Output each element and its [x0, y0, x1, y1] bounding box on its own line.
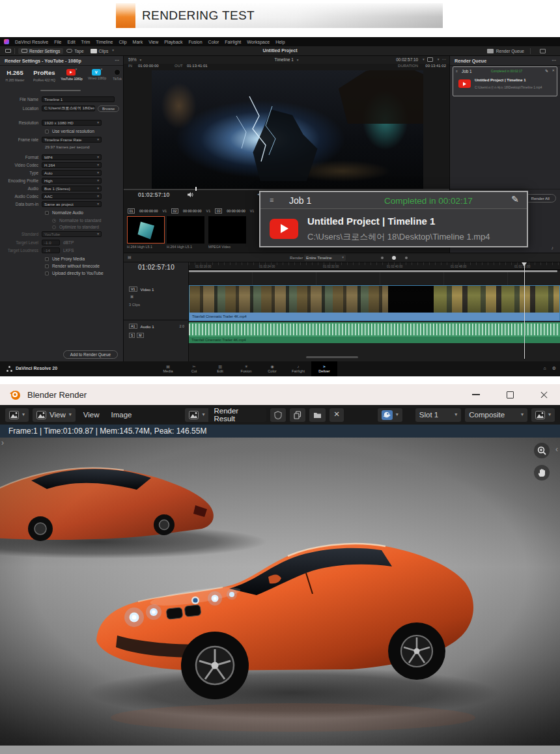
- timeline-scrollbar[interactable]: [306, 356, 358, 358]
- preset-youtube[interactable]: YouTube 1080p: [59, 68, 85, 81]
- tab-fusion[interactable]: Fusion: [233, 361, 259, 376]
- tab-media[interactable]: Media: [155, 361, 181, 376]
- format-select[interactable]: MP4: [42, 154, 102, 160]
- audio-clip[interactable]: Titanfall Cinematic Trailer 4K.mp4: [189, 322, 560, 343]
- render-job-card[interactable]: Job 1 Completed in 00:02:17 Untitled Pro…: [453, 66, 557, 96]
- video-track-id[interactable]: V1: [129, 286, 137, 292]
- checkbox-icon[interactable]: [45, 264, 49, 268]
- music-note-icon[interactable]: [552, 245, 554, 250]
- clip2-number[interactable]: 02: [171, 208, 178, 214]
- pin-image-dropdown[interactable]: [531, 408, 555, 422]
- edit-job-icon[interactable]: [511, 195, 519, 204]
- resolution-select[interactable]: 1920 x 1080 HD: [42, 120, 102, 126]
- settings-gear-icon[interactable]: [552, 366, 556, 370]
- unlink-image-button[interactable]: [329, 408, 344, 422]
- burn-in-select[interactable]: Same as project: [42, 201, 102, 207]
- audio-codec-select[interactable]: AAC: [42, 193, 102, 199]
- film-icon[interactable]: [427, 57, 433, 62]
- viewer-scrub-bar[interactable]: [124, 189, 449, 190]
- menu-playback[interactable]: Playback: [164, 40, 182, 44]
- location-input[interactable]: C:\Users\크로스헤어 18\Desktop: [42, 105, 95, 111]
- solo-button[interactable]: S: [129, 333, 135, 338]
- menu-edit[interactable]: Edit: [68, 40, 76, 44]
- clip-thumbnail-3[interactable]: [208, 216, 246, 244]
- expand-icon[interactable]: [540, 49, 546, 53]
- playhead-line[interactable]: [524, 262, 525, 359]
- image-name-field[interactable]: Render Result: [208, 408, 266, 422]
- delete-job-icon[interactable]: [552, 69, 555, 73]
- video-codec-select[interactable]: H.264: [42, 162, 102, 168]
- menu-help[interactable]: Help: [275, 40, 285, 44]
- lock-icon[interactable]: [130, 295, 133, 299]
- zoom-in-button[interactable]: [534, 443, 550, 458]
- mute-button[interactable]: M: [137, 333, 143, 338]
- video-preview[interactable]: [152, 70, 423, 189]
- menu-clip[interactable]: Clip: [119, 40, 127, 44]
- video-clip[interactable]: Titanfall Cinematic Trailer 4K.mp4: [189, 285, 560, 321]
- chevron-down-icon[interactable]: [438, 58, 440, 62]
- close-button[interactable]: [529, 384, 559, 405]
- project-manager-icon[interactable]: [7, 366, 12, 372]
- speaker-icon[interactable]: [188, 192, 193, 197]
- edit-job-icon[interactable]: [545, 69, 548, 73]
- chevron-down-icon[interactable]: [423, 58, 425, 62]
- image-browse-dropdown[interactable]: [185, 408, 208, 422]
- menu-fairlight[interactable]: Fairlight: [225, 40, 241, 44]
- open-folder-button[interactable]: [309, 408, 326, 422]
- preset-scrollbar[interactable]: [40, 90, 81, 91]
- more-options-icon[interactable]: [115, 58, 119, 63]
- tab-deliver[interactable]: Deliver: [311, 361, 337, 376]
- menu-timeline[interactable]: Timeline: [96, 40, 113, 44]
- marker-dot[interactable]: [381, 257, 384, 259]
- drag-handle-icon[interactable]: [456, 70, 458, 73]
- checkbox-icon[interactable]: [45, 272, 49, 275]
- menu-mark[interactable]: Mark: [133, 40, 143, 44]
- marker-dot[interactable]: [405, 257, 408, 259]
- browse-button[interactable]: Browse: [98, 105, 119, 112]
- checkbox-icon[interactable]: [45, 130, 49, 133]
- upload-youtube-row[interactable]: Upload directly to YouTube: [0, 270, 123, 277]
- menu-image[interactable]: Image: [107, 411, 135, 419]
- timeline-options-icon[interactable]: [128, 255, 132, 259]
- pan-button[interactable]: [534, 465, 550, 481]
- playhead-marker[interactable]: [522, 262, 527, 269]
- optimize-standard-row[interactable]: Optimize to standard: [0, 223, 123, 230]
- use-proxy-row[interactable]: Use Proxy Media: [0, 255, 123, 262]
- render-all-button[interactable]: Render All: [524, 194, 556, 202]
- drag-handle-icon[interactable]: [270, 197, 273, 204]
- maximize-button[interactable]: [495, 384, 525, 405]
- more-options-icon[interactable]: [442, 57, 446, 61]
- display-channels-dropdown[interactable]: [378, 408, 402, 422]
- no-timecode-row[interactable]: Render without timecode: [0, 262, 123, 270]
- frame-rate-select[interactable]: Timeline Frame Rate: [42, 137, 102, 143]
- vertical-res-row[interactable]: Use vertical resolution: [0, 128, 123, 135]
- audio-track-id[interactable]: A1: [129, 324, 137, 329]
- clip-thumbnail-2[interactable]: [167, 216, 204, 244]
- view-mode-dropdown[interactable]: View: [33, 408, 76, 422]
- menu-fusion[interactable]: Fusion: [189, 40, 203, 44]
- clip1-number[interactable]: 01: [128, 208, 135, 214]
- collapse-right-icon[interactable]: [555, 445, 558, 453]
- type-select[interactable]: Auto: [42, 170, 102, 176]
- minimize-button[interactable]: [461, 384, 491, 405]
- audio-select[interactable]: Bus 1 (Stereo): [42, 186, 102, 191]
- tab-color[interactable]: Color: [259, 361, 285, 376]
- slot-dropdown[interactable]: Slot 1: [415, 408, 461, 422]
- expand-left-icon[interactable]: [1, 439, 4, 447]
- menu-workspace[interactable]: Workspace: [247, 40, 270, 44]
- clip-thumbnail-1[interactable]: [127, 216, 165, 244]
- radio-icon[interactable]: [52, 219, 56, 223]
- preset-h265[interactable]: H.265 H.265 Master: [0, 68, 30, 82]
- menu-color[interactable]: Color: [208, 40, 219, 44]
- render-queue-button[interactable]: Render Queue: [484, 48, 527, 54]
- menu-app[interactable]: DaVinci Resolve: [15, 40, 48, 44]
- add-to-render-queue-button[interactable]: Add to Render Queue: [63, 350, 118, 359]
- playhead-dot[interactable]: [392, 256, 396, 260]
- render-result-image[interactable]: [0, 438, 560, 746]
- render-range-dropdown[interactable]: Entire Timeline: [304, 255, 346, 261]
- timeline-ruler[interactable]: 01:02:16:00 01:02:24:00 01:02:32:00 01:0…: [189, 262, 560, 270]
- menu-file[interactable]: File: [54, 40, 61, 44]
- scrub-playhead[interactable]: [195, 187, 197, 191]
- copy-image-button[interactable]: [290, 408, 305, 422]
- preset-tiktok[interactable]: TikTok: [109, 68, 125, 81]
